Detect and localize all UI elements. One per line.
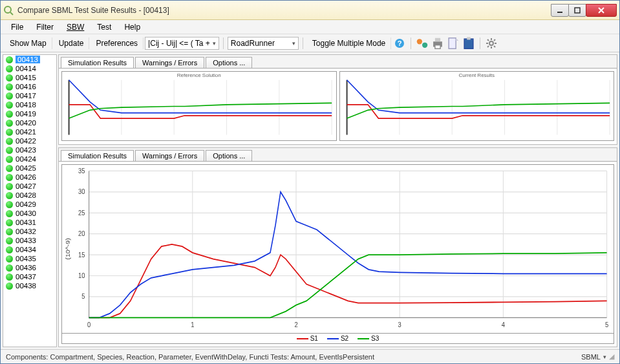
chevron-down-icon[interactable]: ▾ bbox=[603, 354, 606, 360]
list-item-label: 00416 bbox=[16, 83, 36, 91]
chevron-down-icon: ▾ bbox=[292, 40, 295, 47]
minimize-button[interactable] bbox=[551, 4, 569, 17]
tab-simulation-results[interactable]: Simulation Results bbox=[61, 57, 134, 68]
gear-icon[interactable] bbox=[484, 36, 498, 50]
list-item[interactable]: 00436 bbox=[3, 263, 56, 272]
help-icon[interactable]: ? bbox=[392, 36, 407, 50]
list-item[interactable]: 00429 bbox=[3, 200, 56, 209]
status-dot-icon bbox=[6, 283, 13, 290]
close-button[interactable] bbox=[586, 4, 617, 17]
separator bbox=[411, 37, 411, 49]
list-item[interactable]: 00430 bbox=[3, 209, 56, 218]
toolbar: Show Map Update Preferences |Cij - Uij| … bbox=[1, 34, 619, 52]
update-button[interactable]: Update bbox=[54, 37, 90, 49]
list-item[interactable]: 00413 bbox=[3, 55, 56, 64]
status-dot-icon bbox=[6, 120, 13, 127]
list-item[interactable]: 00415 bbox=[3, 73, 56, 82]
list-item[interactable]: 00434 bbox=[3, 245, 56, 254]
status-dot-icon bbox=[6, 228, 13, 235]
bottom-panel: Simulation Results Warnings / Errors Opt… bbox=[58, 147, 617, 347]
list-item-label: 00415 bbox=[16, 74, 36, 81]
simulator-dropdown[interactable]: RoadRunner▾ bbox=[228, 37, 299, 50]
clipboard-icon[interactable] bbox=[462, 36, 476, 50]
statusbar: Components: Compartment, Species, Reacti… bbox=[1, 349, 619, 363]
list-item[interactable]: 00438 bbox=[3, 281, 56, 290]
tab-simulation-results-2[interactable]: Simulation Results bbox=[61, 150, 134, 161]
list-item[interactable]: 00424 bbox=[3, 155, 56, 164]
formula-dropdown-label: |Cij - Uij| <= ( Ta + bbox=[148, 39, 210, 48]
toggle-multiple-button[interactable]: Toggle Multiple Mode bbox=[307, 37, 391, 49]
list-item-label: 00426 bbox=[16, 173, 36, 181]
tab-warnings-errors[interactable]: Warnings / Errors bbox=[135, 57, 204, 68]
list-item[interactable]: 00433 bbox=[3, 236, 56, 245]
list-item[interactable]: 00437 bbox=[3, 272, 56, 281]
svg-rect-11 bbox=[435, 37, 440, 41]
legend-item: S1 bbox=[297, 335, 318, 342]
svg-line-24 bbox=[487, 46, 489, 47]
menu-file[interactable]: File bbox=[6, 21, 28, 33]
list-item[interactable]: 00435 bbox=[3, 254, 56, 263]
list-item-label: 00420 bbox=[16, 119, 36, 127]
list-item[interactable]: 00421 bbox=[3, 127, 56, 136]
list-item[interactable]: 00431 bbox=[3, 218, 56, 227]
maximize-button[interactable] bbox=[568, 4, 586, 17]
formula-dropdown[interactable]: |Cij - Uij| <= ( Ta +▾ bbox=[145, 37, 219, 50]
list-item[interactable]: 00416 bbox=[3, 82, 56, 91]
tab-warnings-errors-2[interactable]: Warnings / Errors bbox=[135, 150, 204, 161]
svg-text:1: 1 bbox=[191, 321, 195, 328]
status-dot-icon bbox=[6, 74, 13, 81]
list-item-label: 00419 bbox=[16, 110, 36, 118]
list-item[interactable]: 00418 bbox=[3, 100, 56, 109]
test-list[interactable]: 0041300414004150041600417004180041900420… bbox=[3, 54, 57, 347]
legend-label: S1 bbox=[310, 335, 318, 342]
menu-help[interactable]: Help bbox=[119, 21, 145, 33]
list-item[interactable]: 00423 bbox=[3, 145, 56, 155]
svg-text:2: 2 bbox=[294, 321, 298, 328]
list-item-label: 00430 bbox=[16, 209, 36, 217]
list-item[interactable]: 00420 bbox=[3, 118, 56, 127]
list-item[interactable]: 00426 bbox=[3, 173, 56, 182]
legend-item: S3 bbox=[358, 335, 379, 342]
list-item[interactable]: 00425 bbox=[3, 164, 56, 173]
doc-icon[interactable] bbox=[446, 36, 460, 50]
menu-sbw[interactable]: SBW bbox=[61, 21, 89, 33]
list-item[interactable]: 00432 bbox=[3, 227, 56, 236]
titlebar: Compare SBML Test Suite Results - [00413… bbox=[1, 1, 619, 20]
list-item[interactable]: 00427 bbox=[3, 182, 56, 191]
show-map-button[interactable]: Show Map bbox=[5, 37, 52, 49]
legend-item: S2 bbox=[327, 335, 348, 342]
tab-options-2[interactable]: Options ... bbox=[206, 150, 252, 161]
legend-label: S2 bbox=[341, 335, 348, 342]
menu-test[interactable]: Test bbox=[92, 21, 116, 33]
status-dot-icon bbox=[6, 156, 13, 163]
svg-line-23 bbox=[494, 39, 495, 41]
main-area: 0041300414004150041600417004180041900420… bbox=[1, 52, 619, 349]
tab-options[interactable]: Options ... bbox=[206, 57, 252, 68]
menu-filter[interactable]: Filter bbox=[31, 21, 59, 33]
list-item[interactable]: 00419 bbox=[3, 109, 56, 118]
current-chart: Current Results bbox=[339, 71, 615, 141]
reference-chart: Reference Solution bbox=[61, 71, 337, 141]
resize-grip-icon[interactable]: ◢ bbox=[609, 352, 614, 361]
status-dot-icon bbox=[6, 138, 13, 145]
list-item-label: 00431 bbox=[16, 219, 36, 226]
main-chart: 0123455101520253035(10^-9) bbox=[61, 164, 614, 334]
status-dot-icon bbox=[6, 183, 13, 190]
print-icon[interactable] bbox=[431, 36, 445, 50]
svg-rect-13 bbox=[449, 37, 456, 48]
list-item[interactable]: 00414 bbox=[3, 64, 56, 73]
preferences-button[interactable]: Preferences bbox=[91, 37, 144, 49]
list-item[interactable]: 00417 bbox=[3, 91, 56, 100]
list-item-label: 00436 bbox=[16, 264, 36, 272]
list-item-label: 00438 bbox=[16, 282, 36, 290]
svg-point-8 bbox=[417, 39, 422, 44]
list-item[interactable]: 00422 bbox=[3, 136, 56, 145]
svg-text:(10^-9): (10^-9) bbox=[65, 238, 71, 259]
list-item[interactable]: 00428 bbox=[3, 191, 56, 200]
svg-line-22 bbox=[494, 46, 495, 47]
status-dot-icon bbox=[6, 246, 13, 253]
svg-text:?: ? bbox=[398, 39, 402, 47]
content-area: Simulation Results Warnings / Errors Opt… bbox=[58, 54, 617, 347]
sbw-icon[interactable] bbox=[415, 36, 429, 50]
list-item-label: 00425 bbox=[16, 164, 36, 172]
